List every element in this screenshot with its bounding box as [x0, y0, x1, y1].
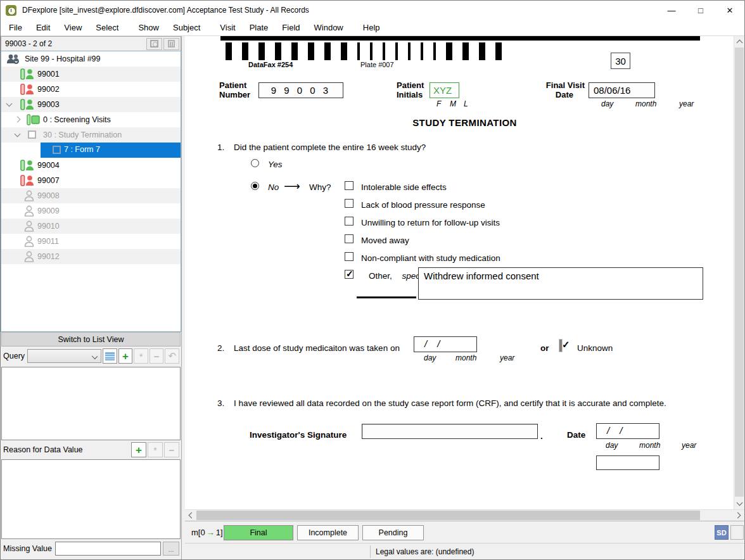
- vertical-scrollbar[interactable]: [734, 36, 744, 509]
- q1-option-row[interactable]: Intolerable side effects: [337, 182, 447, 192]
- menu-view[interactable]: View: [57, 21, 89, 34]
- browse-button[interactable]: ...: [163, 542, 179, 556]
- q1-yes-radio[interactable]: [251, 159, 259, 167]
- tree-row-patient[interactable]: 99011: [1, 234, 181, 249]
- tree-row-patient[interactable]: 99010: [1, 219, 181, 234]
- menu-window[interactable]: Window: [307, 21, 350, 34]
- plus-icon: +: [122, 351, 129, 362]
- checkbox-icon[interactable]: [345, 199, 353, 208]
- sd-button[interactable]: SD: [715, 525, 729, 540]
- query-dropdown[interactable]: [27, 349, 101, 363]
- q1-other-row[interactable]: Other, specify:: [337, 271, 431, 281]
- patient-grey-icon: [23, 205, 35, 217]
- menu-select[interactable]: Select: [89, 21, 125, 34]
- pause-button[interactable]: [163, 38, 179, 50]
- query-edit-button[interactable]: *: [134, 348, 148, 364]
- scrollbar-thumb[interactable]: [735, 48, 744, 497]
- tree-row-form-selected[interactable]: 7 : Form 7: [1, 143, 181, 158]
- pending-button[interactable]: Pending: [362, 525, 424, 540]
- tree-row-patient[interactable]: 99003: [1, 97, 181, 112]
- year-hint: year: [679, 99, 694, 108]
- form-title: STUDY TERMINATION: [185, 117, 744, 128]
- checkbox-icon[interactable]: [345, 252, 353, 261]
- checkbox-icon[interactable]: [345, 234, 353, 243]
- checkbox-checked-icon[interactable]: [345, 270, 353, 279]
- schedule-button[interactable]: [146, 38, 162, 50]
- q1-no-radio[interactable]: [251, 182, 259, 190]
- scroll-up-icon[interactable]: [737, 40, 743, 46]
- signature-field[interactable]: [362, 424, 538, 439]
- other-specify-field[interactable]: Withdrew informed consent: [418, 267, 703, 300]
- q3-text: I have reviewed all data recorded on the…: [234, 398, 666, 408]
- blank-button[interactable]: [730, 525, 744, 540]
- crf-page: DataFax #254 Plate #007 30 PatientNumber…: [185, 36, 744, 509]
- scroll-left-icon[interactable]: [189, 512, 195, 519]
- reason-text-area[interactable]: [1, 459, 181, 539]
- tree-row-patient[interactable]: 99008: [1, 188, 181, 203]
- site-group-icon: [6, 54, 22, 65]
- horizontal-scrollbar[interactable]: [185, 509, 744, 521]
- tree-row-patient[interactable]: 99002: [1, 82, 181, 97]
- checkbox-icon[interactable]: [345, 217, 353, 226]
- menu-file[interactable]: File: [2, 21, 29, 34]
- q3-number: 3.: [217, 398, 224, 408]
- tree-row-patient[interactable]: 99009: [1, 203, 181, 219]
- tree-row-patient[interactable]: 99001: [1, 67, 181, 82]
- reason-edit-button[interactable]: *: [148, 442, 163, 457]
- menu-visit[interactable]: Visit: [213, 21, 242, 34]
- collapse-icon[interactable]: [15, 131, 21, 137]
- plate-number-field[interactable]: 30: [611, 53, 630, 69]
- tree-row-patient[interactable]: 99004: [1, 158, 181, 173]
- tree-row-patient[interactable]: 99012: [1, 249, 181, 264]
- reason-remove-button[interactable]: −: [164, 442, 179, 457]
- app-icon: [6, 5, 16, 16]
- query-list-button[interactable]: [103, 348, 117, 364]
- query-remove-button[interactable]: −: [150, 348, 164, 364]
- q3-extra-field[interactable]: [596, 455, 659, 470]
- other-underline: [357, 296, 416, 298]
- switch-to-list-view-button[interactable]: Switch to List View: [1, 332, 181, 347]
- menu-help[interactable]: Help: [356, 21, 387, 34]
- scrollbar-thumb[interactable]: [196, 511, 700, 520]
- patient-grey-icon: [23, 190, 35, 201]
- tree-row-visit[interactable]: 30 : Study Termination: [1, 127, 181, 143]
- final-visit-date-field[interactable]: 08/06/16: [589, 82, 655, 98]
- patient-initials-field[interactable]: XYZ: [430, 82, 459, 98]
- tree-row-site[interactable]: Site 99 - Hospital #99: [1, 51, 181, 67]
- patient-label: 99011: [37, 237, 59, 246]
- maximize-button[interactable]: □: [686, 1, 715, 20]
- final-button[interactable]: Final: [224, 525, 293, 540]
- q1-option-row[interactable]: Moved away: [337, 236, 409, 245]
- q1-option-row[interactable]: Lack of blood pressure response: [337, 200, 485, 210]
- close-button[interactable]: ✕: [715, 1, 744, 20]
- tree-row-visit[interactable]: 0 : Screening Visits: [1, 112, 181, 127]
- scroll-down-icon[interactable]: [737, 500, 743, 506]
- query-add-button[interactable]: +: [118, 348, 133, 364]
- q2-date-field[interactable]: / /: [414, 336, 477, 352]
- menu-subject[interactable]: Subject: [166, 21, 207, 34]
- query-text-area[interactable]: [1, 367, 181, 440]
- q1-option-row[interactable]: Unwilling to return for follow-up visits: [337, 218, 500, 227]
- collapse-icon[interactable]: [6, 101, 13, 107]
- window-controls: — □ ✕: [657, 1, 744, 20]
- dfexplore-window: { "window": { "title": "DFexplore [site_…: [0, 0, 745, 560]
- menu-field[interactable]: Field: [275, 21, 307, 34]
- menu-show[interactable]: Show: [131, 21, 166, 34]
- patient-number-field[interactable]: 9 9 0 0 3: [258, 82, 343, 98]
- q2-unknown-checkbox[interactable]: [559, 340, 562, 352]
- minus-icon: −: [154, 352, 160, 361]
- tree-row-patient[interactable]: 99007: [1, 173, 181, 188]
- reason-add-button[interactable]: +: [131, 442, 146, 457]
- query-undo-button[interactable]: ↶: [165, 348, 179, 364]
- checkbox-icon[interactable]: [345, 181, 353, 190]
- menu-plate[interactable]: Plate: [243, 21, 276, 34]
- q3-date-field[interactable]: / /: [596, 423, 659, 439]
- minimize-button[interactable]: —: [657, 1, 686, 20]
- expand-icon[interactable]: [15, 117, 21, 123]
- scroll-right-icon[interactable]: [735, 512, 741, 519]
- incomplete-button[interactable]: Incomplete: [297, 525, 359, 540]
- missing-value-input[interactable]: [55, 542, 161, 556]
- q1-option-row[interactable]: Non-compliant with study medication: [337, 253, 500, 263]
- menu-edit[interactable]: Edit: [29, 21, 57, 34]
- plus-icon: +: [136, 445, 142, 455]
